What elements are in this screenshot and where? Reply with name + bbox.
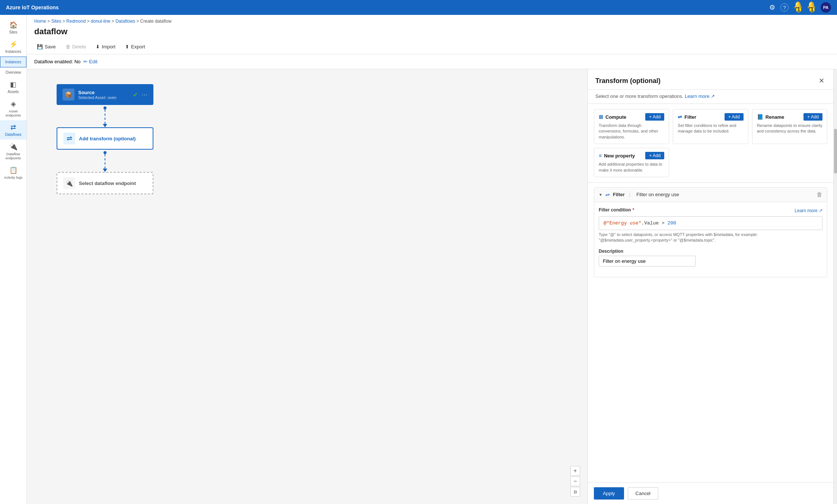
code-200: 200 [668, 220, 676, 226]
sidebar-item-overview[interactable]: Overview [0, 67, 26, 77]
content-area: Home > Sites > Redmond > donut-line > Da… [27, 15, 837, 504]
sidebar-item-instances[interactable]: Instances [0, 57, 26, 67]
panel-scrollbar[interactable] [833, 69, 837, 504]
filter-card: ⇌ Filter + Add Set filter conditions to … [673, 109, 748, 144]
filter-condition-section: Filter condition * Learn more ↗ @"Energy… [599, 207, 822, 243]
sidebar-item-instances-top[interactable]: ⚡ Instances [0, 37, 26, 57]
sidebar: 🏠 Sites ⚡ Instances Instances Overview ◧… [0, 15, 27, 504]
filter-item: ▾ ⇌ Filter | Filter on energy use 🗑 [594, 187, 827, 277]
sidebar-item-dataflows[interactable]: ⇄ Dataflows [0, 120, 26, 140]
settings-icon[interactable]: ⚙ [769, 3, 775, 12]
save-button[interactable]: 💾 Save [33, 42, 60, 52]
source-node-icon: 📦 [63, 89, 74, 101]
dataflow-status-bar: Dataflow enabled: No ✏ Edit [27, 54, 837, 69]
new-property-add-button[interactable]: + Add [645, 152, 664, 159]
filter-condition-hint: Type "@" to select datapoints, or access… [599, 232, 822, 243]
rename-add-button[interactable]: + Add [803, 113, 822, 121]
sidebar-item-activity-logs[interactable]: 📋 Activity logs [0, 163, 26, 182]
user-avatar[interactable]: PA [821, 2, 831, 13]
compute-add-button[interactable]: + Add [645, 113, 664, 121]
breadcrumb-sites[interactable]: Sites [51, 19, 61, 24]
topbar-icons: ⚙ ? 🔔1 🔔1 PA [769, 1, 831, 14]
canvas: 📦 Source Selected Asset: oven ✔ ⋯ [27, 69, 588, 504]
description-input[interactable] [599, 256, 696, 267]
breadcrumb-home[interactable]: Home [34, 19, 46, 24]
zoom-in-button[interactable]: + [570, 466, 580, 476]
filter-collapse-button[interactable]: ▾ [599, 191, 602, 198]
import-icon: ⬇ [96, 44, 100, 50]
export-button[interactable]: ⬆ Export [121, 42, 149, 52]
code-at: @ [604, 220, 607, 226]
transform-node[interactable]: ⇌ Add transform (optional) [57, 127, 153, 150]
compute-card-title: Compute [605, 114, 626, 120]
compute-card-header: ⊞ Compute + Add [599, 113, 664, 121]
notification-bell-1[interactable]: 🔔1 [794, 1, 802, 14]
sidebar-item-assets[interactable]: ◧ Assets [0, 77, 26, 97]
sidebar-item-instances-label: Instances [5, 60, 21, 64]
new-property-card-title: New property [604, 153, 635, 159]
panel-header: Transform (optional) ✕ [588, 69, 833, 90]
canvas-flow: 📦 Source Selected Asset: oven ✔ ⋯ [57, 84, 153, 194]
filter-item-header: ▾ ⇌ Filter | Filter on energy use 🗑 [594, 188, 827, 202]
zoom-out-button[interactable]: − [570, 476, 580, 486]
sidebar-item-instances-top-label: Instances [5, 50, 21, 54]
save-label: Save [45, 44, 56, 50]
new-property-card-desc: Add additional properties to data to mak… [599, 162, 664, 173]
breadcrumb-redmond[interactable]: Redmond [66, 19, 86, 24]
new-property-card-header: ≡ New property + Add [599, 152, 664, 159]
breadcrumb-dataflows[interactable]: Dataflows [115, 19, 135, 24]
breadcrumb-donut-line[interactable]: donut-line [91, 19, 111, 24]
delete-button[interactable]: 🗑 Delete [61, 42, 90, 52]
toolbar: 💾 Save 🗑 Delete ⬇ Import ⬆ Export [27, 39, 837, 54]
edit-label: Edit [89, 59, 97, 64]
filter-delete-button[interactable]: 🗑 [817, 191, 822, 198]
source-node-subtitle: Selected Asset: oven [78, 95, 129, 100]
panel-learn-more-link[interactable]: Learn more ↗ [685, 93, 715, 99]
description-section: Description [599, 249, 822, 267]
notification-bell-2[interactable]: 🔔1 [807, 1, 815, 14]
source-node-text: Source Selected Asset: oven [78, 90, 129, 100]
panel-subtitle: Select one or more transform operations.… [588, 90, 833, 104]
topbar: Azure IoT Operations ⚙ ? 🔔1 🔔1 PA [0, 0, 837, 15]
connector-dot-top [104, 106, 106, 109]
panel-close-button[interactable]: ✕ [817, 75, 826, 86]
breadcrumb: Home > Sites > Redmond > donut-line > Da… [27, 15, 837, 25]
notification-badge-1: 1 [796, 7, 801, 12]
sites-icon: 🏠 [9, 21, 17, 29]
assets-icon: ◧ [10, 80, 16, 89]
help-icon[interactable]: ? [780, 3, 789, 12]
zoom-controls: + − ⊡ [570, 466, 580, 497]
filter-condition-learn-more[interactable]: Learn more ↗ [795, 208, 822, 213]
import-label: Import [102, 44, 115, 50]
edit-icon: ✏ [83, 59, 87, 64]
filter-condition-input[interactable]: @"Energy use".Value > 200 [599, 216, 822, 230]
filter-add-button[interactable]: + Add [725, 113, 744, 121]
source-node[interactable]: 📦 Source Selected Asset: oven ✔ ⋯ [57, 84, 153, 105]
sidebar-item-overview-label: Overview [6, 70, 21, 74]
instances-icon-top: ⚡ [9, 40, 17, 48]
endpoint-node-text: Select dataflow endpoint [79, 181, 147, 186]
endpoint-node[interactable]: 🔌 Select dataflow endpoint [57, 172, 153, 194]
sidebar-item-asset-endpoints[interactable]: ◈ Asset endpoints [0, 97, 26, 120]
endpoint-node-title: Select dataflow endpoint [79, 181, 147, 186]
app-title: Azure IoT Operations [6, 4, 59, 10]
sidebar-item-sites-label: Sites [9, 30, 17, 34]
apply-button[interactable]: Apply [594, 487, 624, 500]
cancel-button[interactable]: Cancel [628, 487, 658, 500]
filter-item-icon: ⇌ [605, 192, 610, 198]
filter-item-name: Filter on energy use [636, 192, 679, 197]
endpoint-node-icon: 🔌 [63, 177, 75, 189]
filter-card-header: ⇌ Filter + Add [678, 113, 743, 121]
zoom-fit-button[interactable]: ⊡ [570, 487, 580, 497]
sidebar-item-assets-label: Assets [7, 90, 19, 94]
sidebar-item-dataflow-endpoints[interactable]: 🔌 Dataflow endpoints [0, 140, 26, 163]
edit-button[interactable]: ✏ Edit [83, 59, 97, 64]
filter-card-title: Filter [684, 114, 696, 120]
source-node-menu[interactable]: ⋯ [141, 91, 147, 98]
sidebar-item-asset-endpoints-label: Asset endpoints [1, 109, 25, 117]
connector-2 [103, 150, 107, 172]
connector-dot-2 [104, 151, 106, 154]
sidebar-item-sites[interactable]: 🏠 Sites [0, 18, 26, 37]
import-button[interactable]: ⬇ Import [92, 42, 120, 52]
filter-condition-label: Filter condition * [599, 207, 634, 213]
